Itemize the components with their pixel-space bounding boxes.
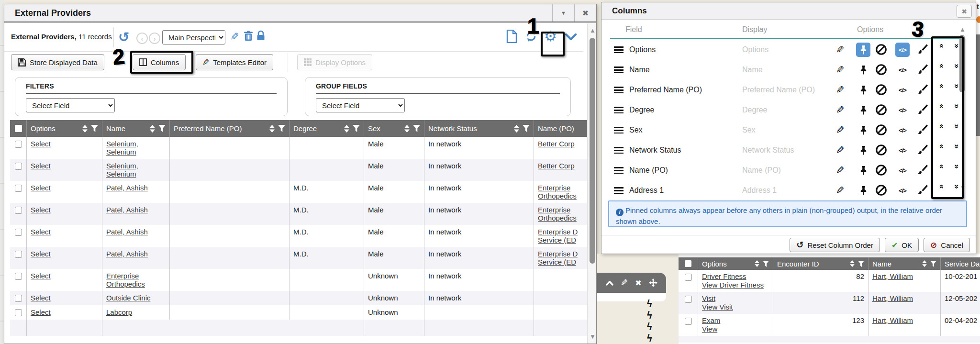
header-select-all[interactable] (10, 120, 27, 137)
name-po-link[interactable]: Enterprise D Service (ED (538, 250, 578, 266)
col-header-network-status[interactable]: Network Status (424, 120, 534, 137)
style-brush-icon[interactable] (917, 164, 928, 175)
dialog-scroll-up-icon[interactable]: ▲ (959, 26, 966, 33)
encounter-type-link[interactable]: Driver Fitness (702, 272, 746, 280)
select-link[interactable]: Select (31, 140, 51, 148)
select-link[interactable]: Select (31, 228, 51, 236)
pin-icon[interactable] (856, 143, 870, 157)
nav-forward-icon[interactable]: › (149, 33, 160, 44)
rename-pencil-icon[interactable]: ✎ (836, 185, 845, 196)
sort-icon[interactable] (404, 125, 410, 133)
row-checkbox[interactable] (15, 163, 22, 170)
field-row[interactable]: Options Options ✎ </> « « (601, 40, 970, 60)
group-fields-select[interactable]: Select Field (316, 98, 405, 112)
pin-icon[interactable] (856, 163, 870, 178)
row-checkbox[interactable] (15, 309, 22, 316)
encounter-view-link[interactable]: View Visit (702, 303, 733, 311)
edit-perspective-icon[interactable]: ✎ (230, 31, 239, 43)
provider-name-link[interactable]: Patel, Ashish (106, 206, 148, 214)
style-brush-icon[interactable] (917, 124, 928, 135)
lock-perspective-icon[interactable] (256, 30, 266, 41)
providers-scrollbar[interactable]: ▲ ▼ (587, 23, 597, 344)
code-icon[interactable]: </> (895, 63, 910, 77)
filter-icon[interactable] (278, 125, 285, 132)
rename-pencil-icon[interactable]: ✎ (836, 84, 845, 96)
style-brush-icon[interactable] (917, 84, 928, 95)
row-checkbox[interactable] (15, 141, 22, 148)
drag-handle-icon[interactable] (614, 67, 624, 73)
window-close-button[interactable]: ✖ (574, 4, 596, 22)
remove-icon[interactable]: ✖ (635, 278, 641, 288)
drag-handle-icon[interactable] (614, 187, 624, 194)
field-row[interactable]: Sex Sex ✎ </> « « (601, 120, 970, 140)
row-checkbox[interactable] (15, 229, 22, 236)
rename-pencil-icon[interactable]: ✎ (836, 144, 845, 156)
patient-name-link[interactable]: Hart, William (872, 316, 913, 324)
encounter-view-link[interactable]: View (702, 325, 717, 333)
reset-column-order-button[interactable]: ↺ Reset Column Order (790, 238, 880, 252)
scroll-down-icon[interactable]: ▼ (590, 333, 596, 340)
pin-icon[interactable] (856, 103, 870, 117)
delete-perspective-icon[interactable] (244, 31, 253, 41)
rename-pencil-icon[interactable]: ✎ (836, 64, 845, 76)
name-po-link[interactable]: Enterprise Orthopedics (538, 206, 577, 222)
sort-icon[interactable] (269, 125, 275, 133)
col-header-sex[interactable]: Sex (364, 120, 424, 137)
hide-ban-icon[interactable] (875, 184, 887, 196)
provider-name-link[interactable]: Selenium, Selenium (106, 140, 138, 156)
pin-icon[interactable] (856, 183, 870, 198)
col-header-degree[interactable]: Degree (290, 120, 364, 137)
name-po-link[interactable]: Better Corp (538, 140, 575, 148)
style-brush-icon[interactable] (917, 44, 928, 55)
sort-icon[interactable] (922, 260, 927, 267)
new-document-icon[interactable] (506, 30, 517, 43)
code-icon[interactable]: </> (895, 43, 910, 57)
sort-icon[interactable] (344, 125, 349, 133)
dialog-close-button[interactable]: ✖ (957, 5, 972, 18)
select-all-checkbox[interactable] (15, 125, 22, 132)
filter-icon[interactable] (930, 261, 936, 267)
drag-handle-icon[interactable] (614, 87, 624, 93)
filter-icon[interactable] (523, 125, 530, 132)
provider-name-link[interactable]: Enterprise Orthopedics (106, 272, 145, 288)
field-row[interactable]: Address 1 Address 1 ✎ </> « « (601, 180, 970, 200)
encounter-type-link[interactable]: Exam (702, 316, 720, 324)
col-header-options[interactable]: Options (27, 120, 102, 137)
patient-name-link[interactable]: Hart, William (872, 272, 913, 280)
row-checkbox[interactable] (15, 207, 22, 214)
window-collapse-button[interactable]: ▼ (552, 4, 574, 22)
row-checkbox[interactable] (15, 251, 22, 258)
rename-pencil-icon[interactable]: ✎ (836, 104, 845, 116)
collapse-up-icon[interactable] (606, 280, 613, 286)
toolbar-chevron-down-icon[interactable] (565, 33, 577, 41)
enc-row-checkbox[interactable] (685, 318, 692, 325)
enc-row-checkbox[interactable] (685, 274, 692, 281)
drag-handle-icon[interactable] (614, 167, 624, 174)
field-row[interactable]: Preferred Name (PO) Preferred Name (PO) … (601, 80, 970, 100)
select-link[interactable]: Select (31, 308, 51, 316)
drag-handle-icon[interactable] (614, 147, 624, 154)
enc-row-checkbox[interactable] (685, 296, 692, 303)
code-icon[interactable]: </> (895, 143, 910, 157)
select-link[interactable]: Select (31, 206, 51, 214)
rename-pencil-icon[interactable]: ✎ (836, 44, 845, 55)
name-po-link[interactable]: Enterprise Orthopedics (538, 184, 577, 200)
drag-handle-icon[interactable] (614, 107, 624, 113)
col-header-name-po[interactable]: Name (PO) (534, 120, 587, 137)
select-link[interactable]: Select (31, 272, 51, 280)
encounter-type-link[interactable]: Visit (702, 294, 715, 302)
style-brush-icon[interactable] (917, 144, 928, 155)
enc-col-name[interactable]: Name (869, 257, 941, 270)
sort-icon[interactable] (755, 260, 759, 267)
provider-name-link[interactable]: Outside Clinic (106, 294, 151, 302)
select-link[interactable]: Select (31, 294, 51, 302)
nav-back-icon[interactable]: ‹ (136, 33, 148, 44)
pin-icon[interactable] (856, 63, 870, 77)
filter-icon[interactable] (858, 261, 864, 267)
style-brush-icon[interactable] (917, 104, 928, 115)
move-icon[interactable] (649, 278, 657, 287)
hide-ban-icon[interactable] (875, 84, 887, 96)
display-options-button[interactable]: Display Options (297, 54, 372, 70)
filter-icon[interactable] (763, 261, 769, 267)
patient-name-link[interactable]: Hart, William (872, 294, 913, 302)
